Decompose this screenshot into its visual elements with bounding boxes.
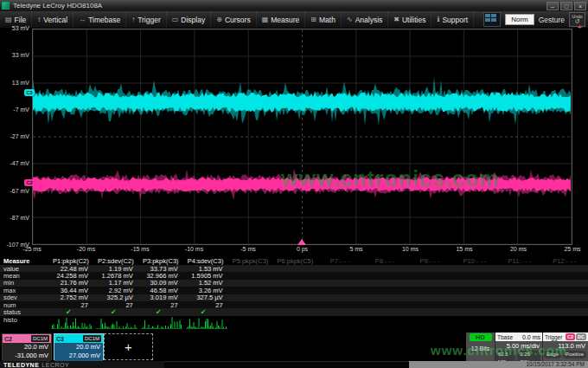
descriptor-body: 20.0 mV27.000 mV [54,343,103,361]
time-per-div: 5.00 ms/div [495,341,542,351]
channel-marker-c3[interactable]: C3 [24,89,35,96]
time-label: -10 ms [177,246,212,252]
brand-logo: TELEDYNE LECROY [0,361,164,368]
measure-column-header[interactable]: P5:pkpk(C3) [229,257,274,265]
histogram-icon [51,317,93,330]
brand-lecroy: LECROY [42,362,69,368]
measure-histogram [453,316,498,317]
trigger-title: Trigger [545,334,562,340]
channel-descriptor-c3[interactable]: C3DC1M20.0 mV27.000 mV [54,333,104,360]
channel-marker-c2[interactable]: C2 [24,179,35,186]
measure-histogram [229,316,274,317]
trigger-type-info: Edge Positive [543,351,588,358]
measure-column-header[interactable]: P6:pkpk(C5) [273,257,318,265]
channel-descriptor-c2[interactable]: C2DC1M20.0 mV-31.000 mV [2,333,52,360]
offset-value: -31.000 mV [3,352,48,360]
bit-resolution-label: 12 Bits [466,345,495,352]
voltage-label: -27 mV [0,133,29,139]
measure-title: Measure [0,257,49,265]
coupling-badge: DC1M [31,335,49,342]
histogram-icon [141,317,182,330]
status-check-icon: ✔ [94,308,139,316]
status-message-bar [164,361,409,368]
time-label: 10 ms [393,246,428,252]
measure-column-header[interactable]: P7:- - - [318,257,363,265]
descriptor-header: C2DC1M [3,334,51,343]
trigger-coupling-badge: DC [576,333,586,340]
clock-timestamp: 10/15/2017 3:32:54 PM [409,361,588,368]
scope-display-area: 53 mV33 mV13 mV-7 mV-27 mV-47 mV-67 mV-8… [0,0,588,260]
time-label: 15 ms [447,246,482,252]
channel-id: C2 [4,336,12,342]
measure-column-header[interactable]: P10:- - - [453,257,498,265]
time-label: 5 ms [339,246,374,252]
measure-histogram [363,316,408,317]
measure-histogram [184,316,229,330]
time-label: -20 ms [69,246,104,252]
measure-column-header[interactable]: P2:sdev(C2) [94,257,139,265]
brand-teledyne: TELEDYNE [3,362,39,368]
measure-histogram [49,316,94,330]
trigger-slope-chip: Positive [563,351,586,358]
offset-value: 27.000 mV [54,352,100,360]
measure-row-histo: histo [0,316,588,331]
acquisition-panels: HD 12 Bits Tbase 0.0 ms 5.00 ms/div 62.5… [466,332,588,361]
waveform-grid[interactable] [32,29,572,245]
measure-histogram [139,316,184,330]
timebase-panel[interactable]: Tbase 0.0 ms 5.00 ms/div 62.5 MS 1.25 GS… [495,332,542,361]
timebase-delay: 0.0 ms [522,334,540,340]
trigger-level-clipped-marker: + [578,23,582,31]
measure-histogram [498,316,543,317]
volts-per-div: 20.0 mV [54,343,100,352]
histogram-icon [186,317,227,330]
trigger-source-badge: C2 [566,333,575,340]
trigger-time-marker[interactable] [297,239,306,245]
timebase-title: Tbase [497,334,513,340]
status-check-icon: ✔ [49,308,94,316]
time-label: 0 ps [285,246,320,252]
trigger-type-chip: Edge [544,351,561,358]
waveform-canvas [33,29,572,244]
coupling-badge: DC1M [83,335,101,342]
status-check-icon: ✔ [139,308,184,316]
descriptor-body: 20.0 mV-31.000 mV [3,343,51,361]
histogram-icon [96,317,137,330]
measure-column-header[interactable]: P4:sdev(C3) [184,257,229,265]
trigger-level: 113.0 mV [543,341,588,351]
measure-histogram [273,316,318,317]
measure-row-status: status✔✔✔✔ [0,308,588,315]
hd-badge: HD [470,333,492,341]
time-label: 20 ms [502,246,536,252]
voltage-label: -47 mV [0,160,29,166]
voltage-label: -67 mV [0,188,29,194]
time-label: 25 ms [555,246,588,252]
measure-column-header[interactable]: P3:pkpk(C3) [139,257,184,265]
measure-row-label: histo [0,316,49,324]
measure-histogram [94,316,139,330]
voltage-label: 33 mV [0,52,29,58]
volts-per-div: 20.0 mV [3,343,48,352]
time-label: -15 ms [123,246,157,252]
hd-resolution-panel[interactable]: HD 12 Bits [466,332,495,361]
trigger-header: Trigger C2 DC [543,332,588,341]
measure-column-header[interactable]: P8:- - - [363,257,408,265]
measure-column-header[interactable]: P9:- - - [408,257,453,265]
status-check-icon: ✔ [184,308,229,316]
measure-histogram [543,316,588,317]
measure-column-header[interactable]: P1:pkpk(C2) [49,257,94,265]
add-trace-button[interactable]: + [104,333,153,360]
measure-table: MeasureP1:pkpk(C2)P2:sdev(C2)P3:pkpk(C3)… [0,256,588,331]
measure-row-label: status [0,308,49,316]
measure-histogram [408,316,453,317]
time-label: -5 ms [231,246,265,252]
measure-column-header[interactable]: P11:- - - [498,257,543,265]
time-label: -25 ms [15,246,49,252]
voltage-label: 13 mV [0,80,29,86]
voltage-label: -7 mV [0,107,29,113]
measure-header-row: MeasureP1:pkpk(C2)P2:sdev(C2)P3:pkpk(C3)… [0,256,588,265]
descriptor-header: C3DC1M [54,334,103,343]
oscilloscope-app: Teledyne LeCroy HDO8108A – □ × ▤File↕Ver… [0,0,588,368]
timebase-header: Tbase 0.0 ms [495,332,542,341]
measure-column-header[interactable]: P12:- - - [543,257,588,265]
trigger-panel[interactable]: Trigger C2 DC 113.0 mV Edge Positive [542,332,588,361]
